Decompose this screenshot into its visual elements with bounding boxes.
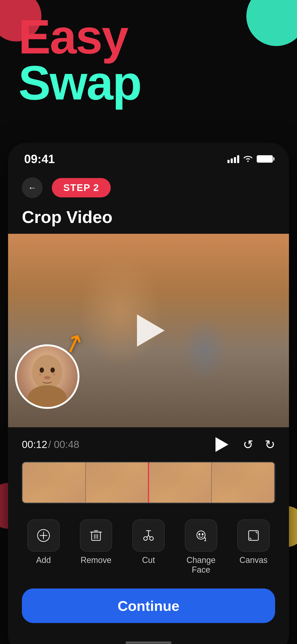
svg-point-3 — [50, 367, 55, 373]
canvas-label: Canvas — [240, 555, 268, 565]
svg-point-6 — [53, 373, 55, 376]
timeline-thumb-2 — [86, 462, 149, 502]
timeline-thumb-4 — [212, 462, 275, 502]
rewind-button[interactable]: ↺ — [243, 438, 253, 452]
nav-area: ← STEP 2 — [8, 170, 289, 203]
change-face-label: ChangeFace — [186, 555, 216, 575]
total-time: 00:48 — [54, 439, 79, 450]
step-badge: STEP 2 — [52, 178, 111, 198]
tool-add[interactable]: Add — [23, 520, 64, 575]
hero-easy-label: Easy — [18, 14, 141, 60]
wifi-icon — [243, 154, 252, 164]
tool-cut[interactable]: Cut — [128, 520, 169, 575]
tools-row: Add Remove — [8, 510, 289, 582]
svg-point-2 — [40, 367, 44, 373]
hero-swap-label: Swap — [18, 60, 141, 106]
cut-icon — [142, 529, 155, 542]
status-icons — [228, 154, 273, 164]
svg-point-23 — [198, 533, 200, 536]
continue-label: Continue — [118, 598, 180, 614]
phone-frame: 09:41 ← STEP 2 Crop Video — [8, 143, 289, 644]
change-face-icon — [194, 529, 208, 542]
remove-label: Remove — [80, 555, 112, 565]
play-overlay[interactable] — [130, 312, 167, 349]
add-icon — [37, 529, 50, 542]
status-bar: 09:41 — [8, 143, 289, 170]
battery-icon — [257, 155, 273, 162]
play-icon — [137, 314, 164, 347]
svg-point-5 — [39, 373, 41, 376]
continue-area: Continue — [8, 582, 289, 637]
svg-point-4 — [44, 376, 50, 379]
remove-icon — [89, 529, 103, 542]
page-title-area: Crop Video — [8, 203, 289, 234]
tool-remove[interactable]: Remove — [75, 520, 117, 575]
status-time: 09:41 — [24, 152, 55, 166]
hero-text: Easy Swap — [18, 14, 141, 106]
signal-icon — [228, 155, 239, 163]
video-container[interactable]: ↗ — [8, 234, 289, 427]
svg-point-0 — [32, 355, 62, 390]
timeline-thumb-3 — [148, 462, 212, 502]
play-button[interactable] — [211, 434, 232, 455]
control-buttons: ↺ ↻ — [211, 434, 275, 455]
page-title: Crop Video — [22, 208, 112, 227]
time-separator: / — [48, 439, 54, 450]
home-bar — [126, 642, 172, 644]
time-display: 00:12 / 00:48 — [22, 439, 79, 450]
time-controls: 00:12 / 00:48 ↺ ↻ — [8, 432, 289, 457]
controls-area: 00:12 / 00:48 ↺ ↻ — [8, 427, 289, 510]
back-button[interactable]: ← — [22, 177, 42, 198]
timeline-thumb-1 — [22, 462, 86, 502]
back-arrow-icon: ← — [28, 183, 36, 193]
face-swap-indicator: ↗ — [15, 344, 80, 409]
timeline-strip[interactable] — [22, 462, 275, 503]
svg-point-22 — [197, 531, 205, 539]
play-icon-small — [216, 437, 228, 452]
deco-circle-green — [246, 0, 297, 46]
home-indicator-area — [8, 637, 289, 644]
svg-point-24 — [202, 533, 204, 536]
tool-change-face[interactable]: ChangeFace — [180, 520, 222, 575]
add-label: Add — [36, 555, 51, 565]
canvas-icon — [247, 529, 260, 542]
svg-point-1 — [28, 385, 67, 407]
current-time: 00:12 — [22, 439, 47, 450]
tool-canvas[interactable]: Canvas — [233, 520, 274, 575]
continue-button[interactable]: Continue — [22, 588, 275, 623]
forward-button[interactable]: ↻ — [265, 438, 275, 452]
cut-label: Cut — [142, 555, 155, 565]
timeline-playhead — [148, 462, 149, 502]
